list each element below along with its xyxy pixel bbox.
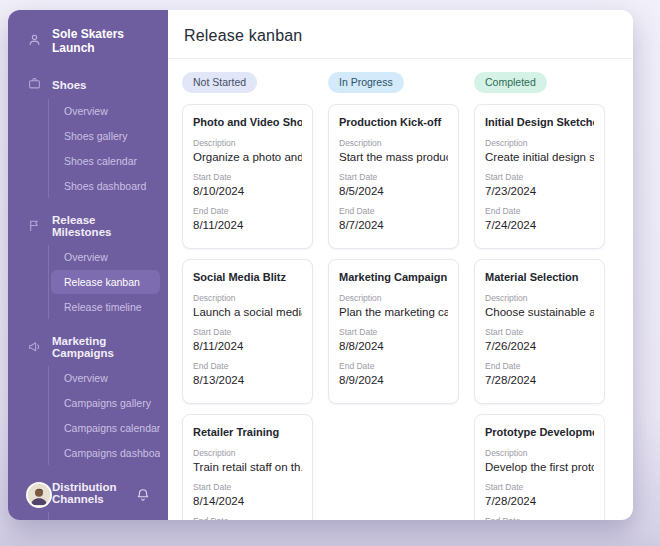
kanban-column-not-started: Not StartedPhoto and Video ShootDescript… (182, 72, 313, 520)
sidebar-section-items: OverviewCampaigns galleryCampaigns calen… (48, 366, 160, 465)
app-window: Sole Skaters Launch ShoesOverviewShoes g… (8, 10, 633, 520)
card-end-date-label: End Date (339, 206, 448, 216)
card-start-date-label: Start Date (193, 172, 302, 182)
card-description-value: Choose sustainable a... (485, 306, 594, 318)
sidebar-section-marketing-campaigns: Marketing CampaignsOverviewCampaigns gal… (8, 328, 168, 465)
card-description-label: Description (485, 448, 594, 458)
kanban-card[interactable]: Photo and Video ShootDescriptionOrganize… (182, 104, 313, 249)
card-end-date-label: End Date (485, 206, 594, 216)
card-description-value: Organize a photo and ... (193, 151, 302, 163)
card-start-date-value: 8/14/2024 (193, 495, 302, 507)
sidebar-nav: ShoesOverviewShoes galleryShoes calendar… (8, 70, 168, 520)
kanban-card[interactable]: Production Kick-offDescriptionStart the … (328, 104, 459, 249)
card-end-date-value: 7/28/2024 (485, 374, 594, 386)
flag-icon (28, 219, 41, 234)
column-status-badge: Completed (474, 72, 547, 93)
card-description-label: Description (339, 293, 448, 303)
page-title: Release kanban (184, 27, 617, 45)
card-start-date-label: Start Date (485, 327, 594, 337)
sidebar-section-items: OverviewRelease kanbanRelease timeline (48, 245, 160, 319)
sidebar-item-release-kanban[interactable]: Release kanban (51, 270, 160, 294)
card-start-date-label: Start Date (193, 327, 302, 337)
sidebar: Sole Skaters Launch ShoesOverviewShoes g… (8, 10, 168, 520)
card-description-label: Description (193, 448, 302, 458)
card-end-date-label: End Date (193, 516, 302, 520)
sidebar-section-label: Release Milestones (52, 214, 156, 238)
column-status-badge: In Progress (328, 72, 404, 93)
card-start-date-label: Start Date (339, 172, 448, 182)
card-title: Photo and Video Shoot (193, 116, 302, 128)
card-description-label: Description (485, 293, 594, 303)
sidebar-section-header[interactable]: Marketing Campaigns (8, 328, 168, 365)
card-description-label: Description (193, 138, 302, 148)
card-title: Retailer Training (193, 426, 302, 438)
kanban-card[interactable]: Initial Design SketchesDescriptionCreate… (474, 104, 605, 249)
card-end-date-value: 8/13/2024 (193, 374, 302, 386)
megaphone-icon (28, 340, 41, 355)
sidebar-item-overview[interactable]: Overview (56, 245, 160, 269)
sidebar-section-header[interactable]: Shoes (8, 70, 168, 98)
kanban-card[interactable]: Material SelectionDescriptionChoose sust… (474, 259, 605, 404)
sidebar-footer (8, 472, 168, 520)
main-header: Release kanban (168, 10, 633, 59)
user-avatar[interactable] (26, 482, 52, 508)
card-title: Production Kick-off (339, 116, 448, 128)
avatar-photo (28, 484, 50, 506)
kanban-board: Not StartedPhoto and Video ShootDescript… (168, 59, 633, 520)
sidebar-item-campaigns-calendar[interactable]: Campaigns calendar (56, 416, 160, 440)
workspace-title: Sole Skaters Launch (52, 27, 156, 55)
sidebar-item-release-timeline[interactable]: Release timeline (56, 295, 160, 319)
card-description-value: Create initial design sk... (485, 151, 594, 163)
card-start-date-value: 7/23/2024 (485, 185, 594, 197)
bell-icon[interactable] (136, 488, 150, 502)
sidebar-section-header[interactable]: Release Milestones (8, 207, 168, 244)
card-title: Material Selection (485, 271, 594, 283)
card-end-date-value: 8/9/2024 (339, 374, 448, 386)
kanban-column-in-progress: In ProgressProduction Kick-offDescriptio… (328, 72, 459, 414)
sidebar-item-shoes-gallery[interactable]: Shoes gallery (56, 124, 160, 148)
card-description-value: Start the mass produc... (339, 151, 448, 163)
card-start-date-label: Start Date (485, 482, 594, 492)
card-start-date-value: 7/26/2024 (485, 340, 594, 352)
sidebar-item-shoes-calendar[interactable]: Shoes calendar (56, 149, 160, 173)
card-start-date-label: Start Date (339, 327, 448, 337)
card-end-date-label: End Date (485, 361, 594, 371)
sidebar-item-campaigns-gallery[interactable]: Campaigns gallery (56, 391, 160, 415)
briefcase-icon (28, 77, 41, 92)
workspace-header[interactable]: Sole Skaters Launch (8, 10, 168, 61)
sidebar-item-overview[interactable]: Overview (56, 99, 160, 123)
card-start-date-value: 8/10/2024 (193, 185, 302, 197)
card-description-value: Train retail staff on th... (193, 461, 302, 473)
card-description-label: Description (193, 293, 302, 303)
card-title: Prototype Development (485, 426, 594, 438)
user-icon (28, 33, 41, 49)
card-end-date-label: End Date (485, 516, 594, 520)
card-end-date-value: 8/7/2024 (339, 219, 448, 231)
sidebar-item-campaigns-dashboard[interactable]: Campaigns dashboard (56, 441, 160, 465)
column-status-badge: Not Started (182, 72, 257, 93)
card-start-date-value: 7/28/2024 (485, 495, 594, 507)
card-start-date-value: 8/5/2024 (339, 185, 448, 197)
card-end-date-label: End Date (193, 361, 302, 371)
card-end-date-label: End Date (193, 206, 302, 216)
kanban-card[interactable]: Retailer TrainingDescriptionTrain retail… (182, 414, 313, 520)
kanban-card[interactable]: Prototype DevelopmentDescriptionDevelop … (474, 414, 605, 520)
card-title: Marketing Campaign Plan... (339, 271, 448, 283)
sidebar-section-label: Shoes (52, 79, 87, 91)
card-start-date-label: Start Date (485, 172, 594, 182)
card-title: Social Media Blitz (193, 271, 302, 283)
kanban-card[interactable]: Social Media BlitzDescriptionLaunch a so… (182, 259, 313, 404)
card-title: Initial Design Sketches (485, 116, 594, 128)
sidebar-section-shoes: ShoesOverviewShoes galleryShoes calendar… (8, 70, 168, 198)
card-description-value: Launch a social media... (193, 306, 302, 318)
kanban-card[interactable]: Marketing Campaign Plan...DescriptionPla… (328, 259, 459, 404)
card-description-label: Description (485, 138, 594, 148)
card-end-date-value: 8/11/2024 (193, 219, 302, 231)
card-description-label: Description (339, 138, 448, 148)
card-start-date-label: Start Date (193, 482, 302, 492)
sidebar-section-release-milestones: Release MilestonesOverviewRelease kanban… (8, 207, 168, 319)
sidebar-section-items: OverviewShoes galleryShoes calendarShoes… (48, 99, 160, 198)
sidebar-item-shoes-dashboard[interactable]: Shoes dashboard (56, 174, 160, 198)
sidebar-item-overview[interactable]: Overview (56, 366, 160, 390)
card-end-date-value: 7/24/2024 (485, 219, 594, 231)
